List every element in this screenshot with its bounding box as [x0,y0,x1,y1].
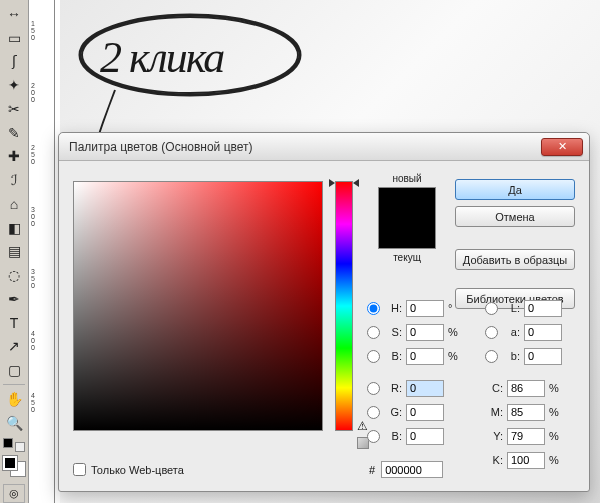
r-radio[interactable] [367,382,380,395]
tool-marquee[interactable]: ▭ [3,27,26,49]
web-only-label: Только Web-цвета [91,464,184,476]
tool-move[interactable]: ↔ [3,3,26,25]
current-color-label: текущ [393,252,421,263]
b-radio-hsb[interactable] [367,350,380,363]
preview-box [378,187,436,249]
s-field[interactable] [406,324,444,341]
current-color-swatch [379,218,435,248]
close-button[interactable]: ✕ [541,138,583,156]
k-label: K: [485,454,503,466]
h-radio[interactable] [367,302,380,315]
lab-cmyk-fields: L: a: b: C: % M: % [485,296,585,472]
m-field[interactable] [507,404,545,421]
foreground-color-swatch[interactable] [2,455,18,471]
l-label: L: [504,302,520,314]
new-color-label: новый [392,173,421,184]
tool-eyedropper[interactable]: ✎ [3,122,26,144]
tool-wand[interactable]: ✦ [3,74,26,96]
y-field[interactable] [507,428,545,445]
tool-heal[interactable]: ✚ [3,146,26,168]
tool-blur[interactable]: ◌ [3,264,26,286]
g-label: G: [386,406,402,418]
s-label: S: [386,326,402,338]
close-icon: ✕ [558,140,567,153]
hex-row: # [369,461,443,478]
a-label: a: [504,326,520,338]
c-unit: % [549,382,563,394]
color-preview: новый текущ [367,173,447,263]
tool-shape[interactable]: ▢ [3,359,26,381]
default-colors-icon[interactable] [3,438,25,451]
l-field[interactable] [524,300,562,317]
toolbox: ↔ ▭ ʃ ✦ ✂ ✎ ✚ ℐ ⌂ ◧ ▤ ◌ ✒ T ↗ ▢ ✋ 🔍 ◎ [0,0,29,503]
r-field[interactable] [406,380,444,397]
tool-brush[interactable]: ℐ [3,169,26,191]
k-field[interactable] [507,452,545,469]
b-unit: % [448,350,462,362]
b-field-rgb[interactable] [406,428,444,445]
k-unit: % [549,454,563,466]
a-radio[interactable] [485,326,498,339]
s-radio[interactable] [367,326,380,339]
dialog-buttons: Да Отмена Добавить в образцы Библиотеки … [455,179,575,309]
c-label: C: [485,382,503,394]
ok-button[interactable]: Да [455,179,575,200]
g-radio[interactable] [367,406,380,419]
dialog-titlebar[interactable]: Палитра цветов (Основной цвет) ✕ [59,133,589,161]
vertical-ruler: 150 200 250 300 350 400 450 [29,0,55,503]
m-label: M: [485,406,503,418]
tool-crop[interactable]: ✂ [3,98,26,120]
h-unit: ° [448,302,462,314]
m-unit: % [549,406,563,418]
saturation-value-picker[interactable] [73,181,323,431]
tool-type[interactable]: T [3,312,26,334]
tool-stamp[interactable]: ⌂ [3,193,26,215]
b-field-lab[interactable] [524,348,562,365]
hsb-rgb-fields: H: ° S: % B: % R: [367,296,477,448]
b-radio-lab[interactable] [485,350,498,363]
tool-hand[interactable]: ✋ [3,388,26,410]
y-label: Y: [485,430,503,442]
web-only-checkbox[interactable] [73,463,86,476]
dialog-title: Палитра цветов (Основной цвет) [69,140,253,154]
b-label-lab: b: [504,350,520,362]
l-radio[interactable] [485,302,498,315]
c-field[interactable] [507,380,545,397]
b-label-rgb: B: [386,430,402,442]
b-radio-rgb[interactable] [367,430,380,443]
hue-slider[interactable] [335,181,353,431]
web-only-checkbox-row[interactable]: Только Web-цвета [73,463,184,476]
h-label: H: [386,302,402,314]
tool-pen[interactable]: ✒ [3,288,26,310]
cancel-button[interactable]: Отмена [455,206,575,227]
dialog-body: новый текущ Да Отмена Добавить в образцы… [59,161,589,491]
b-field-hsb[interactable] [406,348,444,365]
toolbox-separator [3,384,25,385]
a-field[interactable] [524,324,562,341]
h-field[interactable] [406,300,444,317]
b-label-hsb: B: [386,350,402,362]
hex-field[interactable] [381,461,443,478]
y-unit: % [549,430,563,442]
tool-zoom[interactable]: 🔍 [3,412,26,434]
add-swatch-button[interactable]: Добавить в образцы [455,249,575,270]
new-color-swatch [379,188,435,218]
tool-path[interactable]: ↗ [3,336,26,358]
tool-gradient[interactable]: ▤ [3,241,26,263]
tool-eraser[interactable]: ◧ [3,217,26,239]
quick-mask-toggle[interactable]: ◎ [3,484,25,503]
r-label: R: [386,382,402,394]
g-field[interactable] [406,404,444,421]
hex-label: # [369,464,375,476]
color-swatches[interactable] [1,454,27,478]
color-picker-dialog: Палитра цветов (Основной цвет) ✕ новый т… [58,132,590,492]
tool-lasso[interactable]: ʃ [3,51,26,73]
s-unit: % [448,326,462,338]
